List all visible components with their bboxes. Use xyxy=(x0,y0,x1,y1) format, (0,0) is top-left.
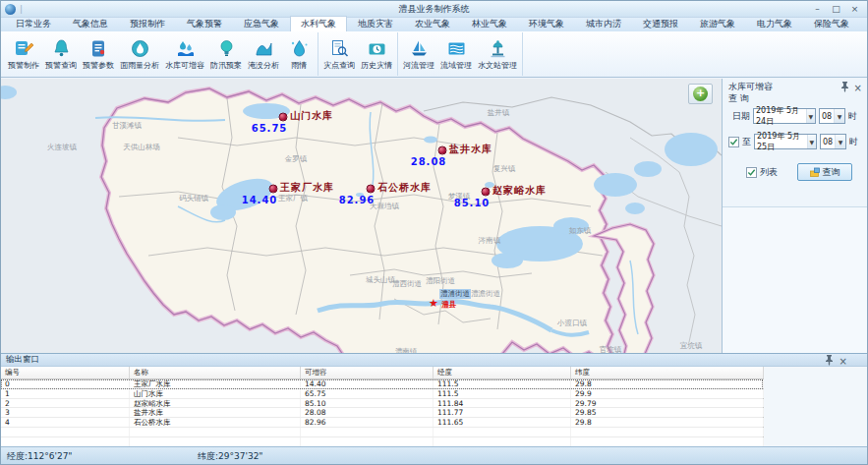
reservoir-marker[interactable] xyxy=(269,185,278,194)
menu-tab-14[interactable]: 保险气象 xyxy=(803,16,860,31)
menu-tab-10[interactable]: 城市内涝 xyxy=(575,16,632,31)
reservoir-value-label: 14.40 xyxy=(242,195,278,205)
table-cell: 29.79 xyxy=(571,399,764,408)
table-column-header[interactable]: 名称 xyxy=(130,367,301,378)
date-to-value: 2019年 5月25日 xyxy=(757,131,807,152)
menu-tab-15[interactable]: 雷电预警 xyxy=(860,16,868,31)
toolbar-button-label: 预警制作 xyxy=(8,60,39,71)
table-cell: 29.9 xyxy=(571,389,764,398)
map-place-label: 盐井镇 xyxy=(488,108,510,118)
toolbar-button-submerge-analysis[interactable]: 淹没分析 xyxy=(245,32,282,76)
date-from-row: 日期 2019年 5月24日 ▼ 08 ▼ 时 xyxy=(732,108,857,124)
map-zoom-in-button[interactable]: + xyxy=(688,84,713,104)
toolbar-group-0: 预警制作预警查询预警参数面雨量分析水库可增容防汛预案淹没分析雨情 xyxy=(3,32,318,76)
map-area[interactable]: + ★ 澧县 甘溪滩镇火连坡镇天供山林场金罗镇码头铺镇王家厂镇盐井镇复兴镇梦溪镇… xyxy=(1,79,722,353)
menu-tab-0[interactable]: 日常业务 xyxy=(5,16,62,31)
menu-tab-11[interactable]: 交通预报 xyxy=(632,16,689,31)
table-cell xyxy=(301,437,434,446)
toolbar-button-area-rain[interactable]: 面雨量分析 xyxy=(117,32,162,76)
toolbar-button-flood-plan[interactable]: 防汛预案 xyxy=(207,32,245,76)
toolbar-button-river-manage[interactable]: 河流管理 xyxy=(400,32,437,76)
menu-tab-2[interactable]: 预报制作 xyxy=(119,16,176,31)
menu-tab-4[interactable]: 应急气象 xyxy=(233,16,290,31)
query-button[interactable]: 查询 xyxy=(797,163,852,181)
reservoir-capacity-icon xyxy=(175,38,196,59)
table-row[interactable]: 1山门水库65.75111.529.9 xyxy=(1,389,763,399)
toolbar-button-disaster-query[interactable]: 灾点查询 xyxy=(320,32,358,76)
reservoir-marker[interactable] xyxy=(279,113,288,122)
date-to-row: 至 2019年 5月25日 ▼ 08 ▼ 时 xyxy=(728,134,858,149)
toolbar-button-warning-bell[interactable]: 预警查询 xyxy=(42,32,80,76)
toolbar-button-hydro-station[interactable]: 水文站管理 xyxy=(475,32,520,76)
close-button[interactable]: × xyxy=(846,3,863,16)
toolbar-button-label: 雨情 xyxy=(291,60,307,71)
toolbar-group-1: 灾点查询历史灾情 xyxy=(318,32,398,76)
table-cell: 111.84 xyxy=(434,399,571,408)
menu-tab-12[interactable]: 旅游气象 xyxy=(689,16,746,31)
table-cell: 2 xyxy=(1,399,130,408)
list-checkbox[interactable] xyxy=(746,167,757,178)
table-cell: 赵家峪水库 xyxy=(130,399,301,408)
to-checkbox[interactable] xyxy=(728,137,739,147)
toolbar-button-warning-params[interactable]: 预警参数 xyxy=(80,32,117,76)
status-latitude: 纬度:29°37'32" xyxy=(198,450,263,463)
panel-close-icon[interactable]: × xyxy=(854,84,862,93)
reservoir-marker[interactable] xyxy=(438,146,447,155)
table-cell: 14.40 xyxy=(301,379,434,388)
map-place-label: 涔南镇 xyxy=(479,236,501,246)
chevron-down-icon: ▼ xyxy=(835,135,845,148)
table-column-header[interactable]: 经度 xyxy=(434,367,571,378)
map-place-label: 火连坡镇 xyxy=(47,143,77,152)
maximize-button[interactable]: □ xyxy=(828,3,844,16)
table-column-header[interactable]: 可增容 xyxy=(301,367,434,378)
output-close-icon[interactable]: × xyxy=(839,356,847,367)
table-header-row: 编号名称可增容经度纬度 xyxy=(1,367,764,379)
hour-to-select[interactable]: 08 ▼ xyxy=(820,134,846,149)
reservoir-marker[interactable] xyxy=(367,185,376,194)
map-place-label: 天供山林场 xyxy=(123,143,160,152)
menu-tab-7[interactable]: 农业气象 xyxy=(404,16,461,31)
toolbar-button-disaster-history[interactable]: 历史灾情 xyxy=(358,32,395,76)
menu-tab-8[interactable]: 林业气象 xyxy=(461,16,518,31)
menu-tab-3[interactable]: 气象预警 xyxy=(176,16,233,31)
county-seat-label: 澧县 xyxy=(441,300,456,310)
table-cell: 石公桥水库 xyxy=(130,418,301,427)
pin-icon[interactable] xyxy=(840,82,849,94)
menu-tab-5[interactable]: 水利气象 xyxy=(290,16,347,31)
hour-from-select[interactable]: 08 ▼ xyxy=(819,108,845,124)
menu-tab-13[interactable]: 电力气象 xyxy=(746,16,803,31)
chevron-down-icon: ▼ xyxy=(806,109,815,123)
table-row[interactable]: 3盐井水库28.08111.7729.85 xyxy=(1,408,763,418)
map-place-label: 澧南镇 xyxy=(395,347,418,353)
status-longitude: 经度:112°6'27" xyxy=(7,450,73,463)
toolbar-group-2: 河流管理流域管理水文站管理 xyxy=(398,32,523,76)
table-column-header[interactable]: 纬度 xyxy=(571,367,764,378)
titlebar-separator: | xyxy=(20,4,23,14)
reservoir-marker[interactable] xyxy=(482,188,491,197)
toolbar-button-rain-info[interactable]: 雨情 xyxy=(282,32,316,76)
table-row[interactable]: 4石公桥水库82.96111.6529.8 xyxy=(1,418,763,428)
minimize-button[interactable]: – xyxy=(809,3,826,16)
output-panel-title: 输出窗口 xyxy=(6,354,39,366)
table-cell xyxy=(301,428,434,436)
table-cell: 0 xyxy=(1,379,130,388)
rain-info-icon xyxy=(289,38,310,59)
menu-tab-9[interactable]: 环境气象 xyxy=(518,16,575,31)
table-cell: 111.5 xyxy=(434,379,571,388)
menu-tab-1[interactable]: 气象信息 xyxy=(62,16,119,31)
pin-icon[interactable] xyxy=(825,355,834,368)
hour-suffix-label: 时 xyxy=(849,136,858,148)
toolbar-button-basin-manage[interactable]: 流域管理 xyxy=(437,32,475,76)
table-cell: 王家厂水库 xyxy=(130,379,301,388)
menu-tab-6[interactable]: 地质灾害 xyxy=(347,16,404,31)
date-from-select[interactable]: 2019年 5月24日 ▼ xyxy=(753,108,816,124)
reservoir-name-label: 盐井水库 xyxy=(449,143,492,156)
warning-edit-icon xyxy=(14,38,34,59)
table-row[interactable]: 2赵家峪水库85.10111.8429.79 xyxy=(1,399,763,409)
toolbar-button-warning-edit[interactable]: 预警制作 xyxy=(5,32,42,76)
table-row[interactable]: 0王家厂水库14.40111.529.8 xyxy=(1,379,763,389)
list-query-row: 列表 查询 xyxy=(746,163,852,181)
date-to-select[interactable]: 2019年 5月25日 ▼ xyxy=(754,134,817,149)
toolbar-button-reservoir-capacity[interactable]: 水库可增容 xyxy=(162,32,207,76)
table-column-header[interactable]: 编号 xyxy=(1,367,130,378)
